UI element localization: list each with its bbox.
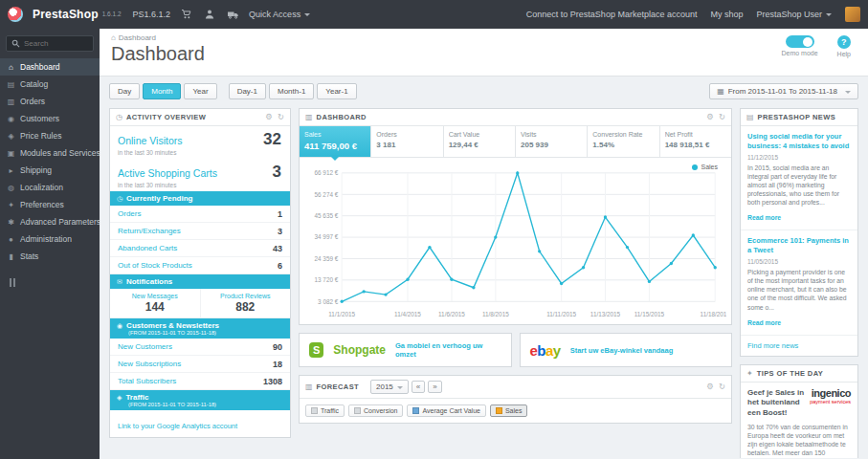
sidebar-item-dashboard[interactable]: ⌂Dashboard	[0, 58, 100, 76]
product-reviews-stat[interactable]: Product Reviews882	[201, 289, 291, 317]
users-icon: ◉	[117, 322, 122, 330]
home-icon: ⌂	[111, 33, 116, 42]
news-article-excerpt: In 2015, social media are an integral pa…	[747, 164, 851, 208]
range-year-button[interactable]: Year	[184, 83, 216, 99]
my-shop-link[interactable]: My shop	[710, 10, 743, 19]
tips-body: 30 tot 70% van de consumenten in Europa …	[741, 420, 857, 458]
chevron-down-icon	[845, 91, 851, 97]
sidebar-item-advanced-parameters[interactable]: ✱Advanced Parameters	[0, 213, 100, 230]
kpi-cart-value[interactable]: Cart Value129,44 €	[444, 126, 516, 157]
cart-icon[interactable]	[180, 8, 193, 21]
sidebar-item-orders[interactable]: ▥Orders	[0, 93, 100, 110]
avatar[interactable]	[845, 7, 860, 22]
kpi-net-profit[interactable]: Net Profit148 918,51 €	[660, 126, 731, 157]
out-of-stock-link[interactable]: Out of Stock Products	[118, 261, 192, 270]
online-visitors-value: 32	[263, 130, 281, 149]
kpi-conversion-rate[interactable]: Conversion Rate1.54%	[588, 126, 659, 157]
range-month-1-button[interactable]: Month-1	[269, 83, 314, 99]
forecast-year-select[interactable]: 2015	[370, 380, 409, 394]
svg-text:24 359 €: 24 359 €	[315, 255, 339, 262]
news-article-title[interactable]: Using social media for your business: 4 …	[747, 132, 851, 151]
search-input[interactable]	[24, 39, 87, 48]
refresh-icon[interactable]: ↻	[719, 382, 725, 391]
forecast-legend-conversion[interactable]: Conversion	[348, 404, 403, 417]
ebay-link[interactable]: Start uw eBay-winkel vandaag	[570, 346, 674, 355]
ebay-promo-panel: ebay Start uw eBay-winkel vandaag	[520, 333, 733, 367]
sidebar-item-localization[interactable]: ◍Localization	[0, 179, 100, 196]
shipping-icon: ▸	[7, 166, 15, 175]
customers-row-new-subscriptions: New Subscriptions18	[110, 356, 290, 373]
modules-icon: ▣	[7, 149, 15, 158]
svg-text:11/15/2015: 11/15/2015	[634, 311, 665, 317]
refresh-icon[interactable]: ↻	[719, 113, 725, 121]
news-article: Ecommerce 101: Payments in a Tweet 11/05…	[741, 230, 857, 335]
kpi-sales[interactable]: Sales411 759,00 €	[300, 126, 371, 157]
forecast-legend-traffic[interactable]: Traffic	[305, 404, 345, 417]
refresh-icon[interactable]: ↻	[278, 113, 284, 121]
online-visitors-stat: Online Visitors 32 in the last 30 minute…	[110, 126, 290, 159]
sidebar-item-modules[interactable]: ▣Modules and Services	[0, 144, 100, 162]
forecast-legend-sales[interactable]: Sales	[490, 404, 528, 417]
user-menu[interactable]: PrestaShop User	[756, 10, 832, 19]
pending-row-orders: Orders1	[110, 206, 290, 223]
customers-icon[interactable]	[203, 8, 216, 21]
demo-mode-toggle[interactable]	[786, 35, 814, 48]
sidebar-item-catalog[interactable]: ▤Catalog	[0, 76, 100, 93]
marketplace-link[interactable]: Connect to PrestaShop Marketplace accoun…	[526, 10, 698, 19]
pending-row-abandoned-carts: Abandoned Carts43	[110, 240, 290, 257]
gear-icon[interactable]: ⚙	[265, 113, 273, 121]
range-year-1-button[interactable]: Year-1	[317, 83, 356, 99]
new-messages-stat[interactable]: New Messages144	[110, 289, 201, 317]
new-subscriptions-link[interactable]: New Subscriptions	[118, 360, 181, 368]
range-day-button[interactable]: Day	[109, 83, 140, 99]
sidebar-item-administration[interactable]: ●Administration	[0, 230, 100, 248]
read-more-link[interactable]: Read more	[747, 214, 781, 221]
page-title: Dashboard	[111, 43, 857, 65]
date-range-picker[interactable]: ▦ From 2015-11-01 To 2015-11-18	[709, 83, 858, 99]
demo-mode-label: Demo mode	[781, 50, 817, 56]
orders-link[interactable]: Orders	[118, 209, 141, 218]
abandoned-carts-link[interactable]: Abandoned Carts	[118, 244, 177, 252]
news-article-title[interactable]: Ecommerce 101: Payments in a Tweet	[747, 236, 851, 255]
active-carts-link[interactable]: Active Shopping Carts	[118, 167, 217, 179]
forecast-next-button[interactable]: »	[428, 381, 441, 393]
dashboard-panel-title: DASHBOARD	[317, 113, 367, 121]
help-icon[interactable]: ?	[837, 35, 851, 49]
traffic-analytics-row: Link to your Google Analytics account	[110, 410, 290, 437]
range-month-button[interactable]: Month	[143, 83, 181, 99]
total-subscribers-link[interactable]: Total Subscribers	[118, 377, 176, 385]
svg-text:3 082 €: 3 082 €	[318, 298, 339, 305]
gear-icon[interactable]: ⚙	[706, 382, 714, 391]
shopgate-link[interactable]: Ga mobiel en verhoog uw omzet	[395, 341, 501, 359]
new-customers-link[interactable]: New Customers	[118, 342, 172, 351]
returns-link[interactable]: Return/Exchanges	[118, 227, 181, 235]
sales-chart-area: Sales 66 912 €56 274 €45 635 €34 997 €24…	[300, 158, 731, 324]
sidebar-item-price-rules[interactable]: ◈Price Rules	[0, 127, 100, 144]
gear-icon[interactable]: ⚙	[706, 113, 714, 121]
online-visitors-sub: in the last 30 minutes	[118, 149, 282, 156]
chart-legend-sales[interactable]: Sales	[692, 164, 718, 170]
currently-pending-header: ◷Currently Pending	[110, 191, 290, 206]
activity-overview-panel: ◷ ACTIVITY OVERVIEW ⚙ ↻ Online Visitors …	[109, 108, 291, 438]
collapse-sidebar-button[interactable]	[10, 278, 100, 287]
google-analytics-link[interactable]: Link to your Google Analytics account	[118, 422, 237, 430]
sidebar-item-preferences[interactable]: ✦Preferences	[0, 196, 100, 213]
kpi-orders[interactable]: Orders3 181	[371, 126, 443, 157]
date-range-label: From 2015-11-01 To 2015-11-18	[728, 87, 837, 96]
truck-icon[interactable]	[226, 8, 239, 21]
breadcrumb[interactable]: ⌂ Dashboard	[111, 33, 857, 42]
sidebar-item-customers[interactable]: ◉Customers	[0, 110, 100, 127]
quick-access-menu[interactable]: Quick Access	[249, 10, 310, 19]
kpi-visits[interactable]: Visits205 939	[516, 126, 588, 157]
online-visitors-link[interactable]: Online Visitors	[118, 135, 183, 146]
traffic-swatch-icon	[311, 407, 318, 414]
forecast-prev-button[interactable]: «	[412, 381, 425, 393]
find-more-news-link[interactable]: Find more news	[741, 336, 857, 356]
read-more-link[interactable]: Read more	[747, 319, 781, 326]
range-day-1-button[interactable]: Day-1	[229, 83, 266, 99]
sidebar-item-shipping[interactable]: ▸Shipping	[0, 162, 100, 179]
sidebar-item-stats[interactable]: ▮Stats	[0, 248, 100, 265]
catalog-icon: ▤	[7, 80, 15, 89]
forecast-legend-average-cart-value[interactable]: Average Cart Value	[407, 404, 485, 417]
svg-text:34 997 €: 34 997 €	[315, 233, 339, 240]
